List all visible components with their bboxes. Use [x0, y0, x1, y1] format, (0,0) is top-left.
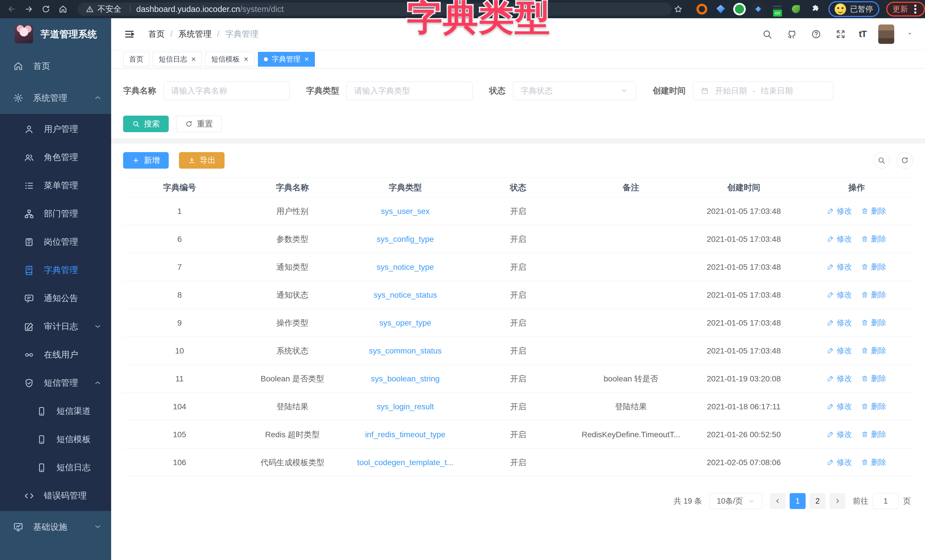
edit-link[interactable]: 修改 — [827, 234, 852, 244]
sidebar-item-menu-list[interactable]: 菜单管理 — [0, 172, 111, 200]
sidebar-item-online-users[interactable]: 在线用户 — [0, 341, 111, 369]
ext-on-icon[interactable]: on — [771, 3, 783, 15]
delete-link[interactable]: 删除 — [861, 401, 886, 412]
sidebar-item-shield-check[interactable]: 短信管理 — [0, 369, 111, 397]
sidebar-item-chat[interactable]: 通知公告 — [0, 284, 111, 313]
page-size-select[interactable]: 10条/页 — [709, 493, 762, 509]
browser-back-icon[interactable] — [5, 3, 18, 16]
dict-type-link[interactable]: sys_boolean_string — [371, 374, 440, 383]
app-logo-row[interactable]: 芋道管理系统 — [0, 18, 111, 50]
ext-leaf-icon[interactable] — [789, 3, 802, 15]
hamburger-icon[interactable] — [122, 27, 136, 41]
sidebar-item-users[interactable]: 角色管理 — [0, 143, 111, 172]
dict-type-link[interactable]: tool_codegen_template_t... — [357, 458, 453, 467]
sidebar-item-home[interactable]: 首页 — [0, 50, 111, 82]
date-range-picker[interactable]: 开始日期 - 结束日期 — [693, 81, 833, 100]
edit-link[interactable]: 修改 — [827, 346, 852, 356]
edit-link[interactable]: 修改 — [827, 373, 852, 384]
extensions-puzzle-icon[interactable] — [809, 3, 821, 15]
chrome-update-chip[interactable]: 更新 — [886, 2, 925, 17]
sidebar-item-phone[interactable]: 短信渠道 — [0, 397, 111, 425]
edit-link[interactable]: 修改 — [827, 457, 852, 467]
font-size-icon[interactable]: tT — [859, 29, 866, 39]
fullscreen-icon[interactable] — [835, 28, 847, 41]
sidebar-item-book[interactable]: 字典管理 — [0, 256, 111, 284]
close-icon[interactable]: × — [191, 55, 196, 63]
dict-type-link[interactable]: sys_user_sex — [381, 207, 429, 215]
close-icon[interactable]: × — [304, 55, 309, 63]
breadcrumb: 首页/系统管理/字典管理 — [148, 29, 258, 40]
delete-link[interactable]: 删除 — [861, 429, 886, 440]
help-icon[interactable] — [810, 28, 823, 41]
sidebar-item-badge[interactable]: 岗位管理 — [0, 228, 111, 256]
sidebar-item-edit-square[interactable]: 审计日志 — [0, 313, 111, 341]
sidebar-item-user[interactable]: 用户管理 — [0, 115, 111, 143]
delete-link[interactable]: 删除 — [861, 373, 886, 384]
tab-view[interactable]: 字典管理× — [258, 52, 315, 67]
breadcrumb-item[interactable]: 系统管理 — [178, 29, 211, 40]
delete-link[interactable]: 删除 — [861, 290, 886, 300]
sidebar-item-gear[interactable]: 系统管理 — [0, 82, 111, 114]
sidebar-item-monitor[interactable]: 基础设施 — [0, 511, 111, 543]
ext-orange-icon[interactable] — [696, 3, 708, 15]
tab-view[interactable]: 短信模板× — [205, 52, 254, 67]
download-icon — [188, 157, 196, 164]
breadcrumb-item[interactable]: 首页 — [148, 29, 165, 40]
sidebar-item-code[interactable]: 错误码管理 — [0, 482, 111, 510]
delete-link[interactable]: 删除 — [861, 318, 886, 328]
edit-link[interactable]: 修改 — [827, 206, 852, 216]
refresh-table-button[interactable] — [896, 152, 913, 169]
browser-menu-icon[interactable] — [914, 8, 916, 10]
delete-link[interactable]: 删除 — [861, 457, 886, 467]
reset-button[interactable]: 重置 — [176, 116, 222, 132]
dict-type-link[interactable]: sys_notice_type — [377, 263, 434, 271]
dict-name-input[interactable] — [164, 81, 289, 100]
github-icon[interactable] — [785, 28, 798, 41]
user-avatar[interactable] — [878, 24, 894, 44]
edit-link[interactable]: 修改 — [827, 429, 852, 440]
sidebar-item-phone[interactable]: 短信模板 — [0, 425, 111, 453]
dict-type-link[interactable]: sys_notice_status — [374, 291, 437, 300]
dict-type-link[interactable]: sys_oper_type — [379, 318, 431, 327]
address-bar[interactable]: 不安全 dashboard.yudao.iocoder.cn/system/di… — [77, 3, 672, 16]
delete-link[interactable]: 删除 — [861, 234, 886, 244]
trash-icon — [861, 291, 869, 298]
sidebar-item-phone[interactable]: 短信日志 — [0, 453, 111, 482]
ext-gem-icon[interactable] — [714, 3, 727, 15]
bookmark-star-icon[interactable] — [672, 3, 685, 16]
status-select[interactable]: 字典状态 — [513, 81, 636, 100]
page-button-2[interactable]: 2 — [810, 493, 826, 509]
ext-diamond-icon[interactable] — [752, 3, 765, 15]
edit-link[interactable]: 修改 — [827, 290, 852, 300]
dict-type-link[interactable]: sys_login_result — [377, 402, 434, 411]
dict-type-link[interactable]: sys_config_type — [377, 235, 434, 244]
edit-link[interactable]: 修改 — [827, 262, 852, 272]
browser-forward-icon[interactable] — [22, 3, 35, 16]
browser-home-icon[interactable] — [56, 3, 69, 16]
sidebar-item-org-tree[interactable]: 部门管理 — [0, 200, 111, 228]
add-button[interactable]: 新增 — [123, 152, 169, 169]
dict-type-link[interactable]: inf_redis_timeout_type — [365, 430, 445, 439]
user-menu-caret-icon[interactable] — [906, 30, 914, 38]
tab-view[interactable]: 首页 — [123, 52, 149, 67]
tab-view[interactable]: 短信日志× — [153, 52, 202, 67]
delete-link[interactable]: 删除 — [861, 262, 886, 272]
next-page-button[interactable] — [830, 493, 845, 509]
prev-page-button[interactable] — [770, 493, 786, 509]
dict-type-link[interactable]: sys_common_status — [369, 346, 441, 355]
show-search-button[interactable] — [873, 152, 890, 169]
browser-reload-icon[interactable] — [39, 3, 53, 16]
page-button-1[interactable]: 1 — [789, 493, 806, 509]
search-button[interactable]: 搜索 — [123, 116, 169, 132]
profile-chip[interactable]: 已暂停 — [829, 1, 880, 17]
edit-link[interactable]: 修改 — [827, 318, 852, 328]
ext-green-icon[interactable] — [733, 3, 746, 15]
delete-link[interactable]: 删除 — [861, 346, 886, 356]
search-icon[interactable] — [761, 28, 773, 41]
dict-type-input[interactable] — [346, 81, 473, 100]
edit-link[interactable]: 修改 — [827, 401, 852, 412]
goto-page-input[interactable] — [873, 493, 898, 509]
delete-link[interactable]: 删除 — [861, 206, 886, 216]
export-button[interactable]: 导出 — [179, 152, 224, 169]
close-icon[interactable]: × — [244, 55, 248, 63]
